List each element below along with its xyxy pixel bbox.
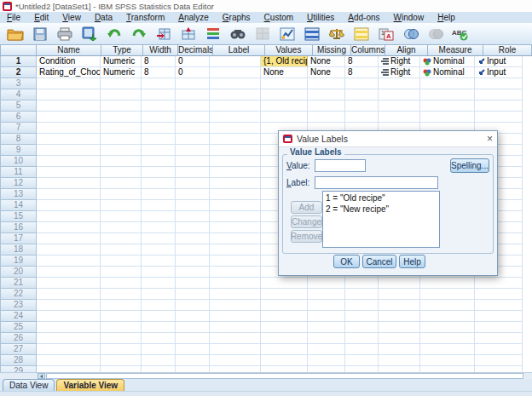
cell-width-row4[interactable]: [142, 89, 176, 100]
cell-width-row25[interactable]: [142, 322, 176, 333]
cell-name-row26[interactable]: [37, 333, 101, 344]
cell-width-row6[interactable]: [142, 112, 176, 123]
cell-name-row20[interactable]: [37, 267, 101, 278]
cell-label-row22[interactable]: [210, 289, 261, 300]
cell-width-row23[interactable]: [142, 300, 176, 311]
cell-width-row13[interactable]: [142, 189, 176, 200]
cell-decimals-row18[interactable]: [176, 244, 210, 255]
cell-label-row28[interactable]: [210, 355, 261, 366]
value-input[interactable]: [315, 159, 366, 172]
cell-type-row24[interactable]: [101, 311, 142, 322]
cell-width-row24[interactable]: [142, 311, 176, 322]
cell-type-row26[interactable]: [101, 333, 142, 344]
cell-missing-row22[interactable]: [308, 289, 345, 300]
cell-label-row24[interactable]: [210, 311, 261, 322]
cell-missing-row27[interactable]: [308, 344, 345, 355]
cell-name-row2[interactable]: Rating_of_Chocolate: [37, 67, 101, 78]
cell-width-row7[interactable]: [142, 123, 176, 134]
row-header-16[interactable]: 16: [0, 222, 37, 233]
cell-decimals-row12[interactable]: [176, 178, 210, 189]
menu-item-analyze[interactable]: Analyze: [171, 13, 216, 22]
cell-values-row24[interactable]: [261, 311, 308, 322]
cell-columns-row3[interactable]: [345, 78, 379, 89]
cell-decimals-row17[interactable]: [176, 233, 210, 244]
cell-width-row8[interactable]: [142, 134, 176, 145]
row-header-15[interactable]: 15: [0, 211, 37, 222]
cell-decimals-row14[interactable]: [176, 200, 210, 211]
cell-decimals-row28[interactable]: [176, 355, 210, 366]
cell-name-row17[interactable]: [37, 233, 101, 244]
tab-data-view[interactable]: Data View: [3, 379, 55, 391]
cell-decimals-row23[interactable]: [176, 300, 210, 311]
cell-columns-row23[interactable]: [345, 300, 379, 311]
insert-cases-icon[interactable]: [251, 25, 274, 43]
cell-type-row3[interactable]: [101, 78, 142, 89]
remove-button[interactable]: Remove: [291, 230, 322, 243]
cell-values-row22[interactable]: [261, 289, 308, 300]
cell-name-row13[interactable]: [37, 189, 101, 200]
cell-name-row7[interactable]: [37, 123, 101, 134]
recall-dialogs-icon[interactable]: [78, 25, 101, 43]
cell-align-row2[interactable]: Right: [379, 67, 420, 78]
row-header-11[interactable]: 11: [0, 167, 37, 178]
cell-missing-row26[interactable]: [308, 333, 345, 344]
cell-name-row22[interactable]: [37, 289, 101, 300]
value-labels-icon[interactable]: 1A: [374, 25, 397, 43]
column-header-name[interactable]: Name: [37, 44, 101, 56]
cell-measure-row27[interactable]: [420, 344, 475, 355]
cell-role-row24[interactable]: [475, 311, 523, 322]
menu-item-help[interactable]: Help: [431, 13, 462, 22]
variables-icon[interactable]: [201, 25, 224, 43]
row-header-9[interactable]: 9: [0, 145, 37, 156]
cell-type-row8[interactable]: [101, 134, 142, 145]
select-cases-icon[interactable]: [350, 25, 373, 43]
cell-type-row21[interactable]: [101, 278, 142, 289]
cell-label-row10[interactable]: [210, 156, 261, 167]
cell-decimals-row4[interactable]: [176, 89, 210, 100]
cell-decimals-row2[interactable]: 0: [176, 67, 210, 78]
use-variable-sets-icon[interactable]: [399, 25, 422, 43]
cell-values-row6[interactable]: [261, 112, 308, 123]
row-header-17[interactable]: 17: [0, 233, 37, 244]
cell-role-row29[interactable]: [475, 366, 523, 372]
label-input[interactable]: [315, 176, 438, 189]
cell-width-row19[interactable]: [142, 255, 176, 267]
cell-missing-row4[interactable]: [308, 89, 345, 100]
cell-type-row25[interactable]: [101, 322, 142, 333]
cell-role-row3[interactable]: [475, 78, 523, 89]
cell-values-row4[interactable]: [261, 89, 308, 100]
cell-type-row14[interactable]: [101, 200, 142, 211]
cell-values-row28[interactable]: [261, 355, 308, 366]
cell-decimals-row11[interactable]: [176, 167, 210, 178]
cell-label-row18[interactable]: [210, 244, 261, 255]
cell-type-row4[interactable]: [101, 89, 142, 100]
cell-label-row14[interactable]: [210, 200, 261, 211]
cell-type-row6[interactable]: [101, 112, 142, 123]
cell-type-row2[interactable]: Numeric: [101, 67, 142, 78]
cell-name-row27[interactable]: [37, 344, 101, 355]
cell-label-row11[interactable]: [210, 167, 261, 178]
tab-variable-view[interactable]: Variable View: [56, 379, 124, 391]
save-icon[interactable]: [28, 25, 51, 43]
cell-name-row4[interactable]: [37, 89, 101, 100]
cell-missing-row29[interactable]: [308, 366, 345, 372]
column-header-decimals[interactable]: Decimals: [178, 44, 213, 56]
cell-align-row24[interactable]: [379, 311, 420, 322]
cell-name-row1[interactable]: Condition: [37, 56, 101, 67]
row-header-3[interactable]: 3: [0, 78, 37, 89]
cell-columns-row4[interactable]: [345, 89, 379, 100]
menu-item-edit[interactable]: Edit: [27, 13, 55, 22]
cell-width-row16[interactable]: [142, 222, 176, 233]
column-header-values[interactable]: Values: [265, 44, 313, 56]
cell-role-row22[interactable]: [475, 289, 523, 300]
cell-type-row27[interactable]: [101, 344, 142, 355]
cell-label-row20[interactable]: [210, 267, 261, 278]
cell-decimals-row25[interactable]: [176, 322, 210, 333]
column-header-missing[interactable]: Missing: [313, 44, 351, 56]
row-header-20[interactable]: 20: [0, 267, 37, 278]
cell-align-row3[interactable]: [379, 78, 420, 89]
ok-button[interactable]: OK: [333, 255, 360, 268]
cell-align-row27[interactable]: [379, 344, 420, 355]
menu-item-file[interactable]: File: [0, 13, 27, 22]
cell-label-row7[interactable]: [210, 123, 261, 134]
